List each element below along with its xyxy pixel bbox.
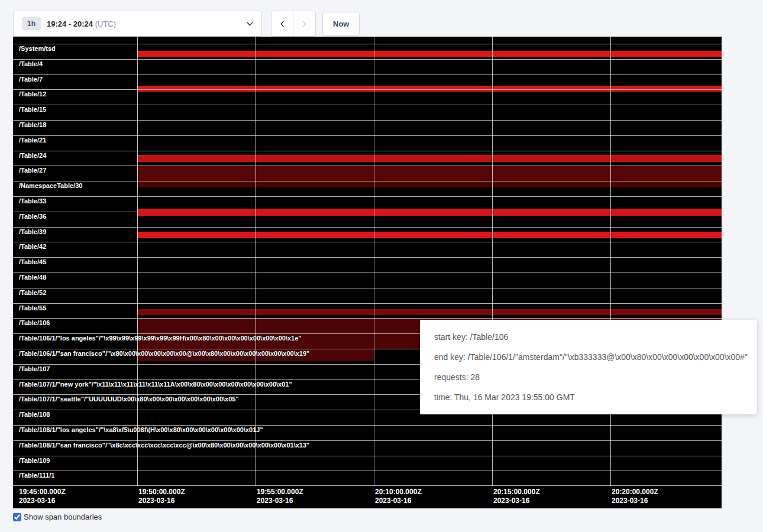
span-row[interactable]: /NamespaceTable/30 — [13, 181, 722, 196]
span-row[interactable]: /Table/15 — [13, 105, 722, 120]
time-gridline — [610, 37, 611, 486]
span-row[interactable]: /Table/36 — [13, 212, 722, 227]
time-axis-label: 20:15:00.000Z2023-03-16 — [493, 488, 540, 505]
span-label: /Table/106/1/"los angeles"/"\x99\x99\x99… — [19, 335, 302, 342]
span-row[interactable]: /Table/111/1 — [13, 471, 722, 486]
axis-time: 20:15:00.000Z — [493, 488, 540, 497]
span-label: /Table/15 — [19, 106, 46, 113]
span-row[interactable]: /Table/48 — [13, 273, 722, 288]
heatmap-rows: /System/tsd/Table/4/Table/7/Table/12/Tab… — [13, 37, 722, 486]
span-row[interactable]: /Table/108/1/"san francisco"/"\x8c\xcc\x… — [13, 440, 722, 456]
axis-date: 2023-03-16 — [138, 497, 185, 505]
axis-time: 20:10:00.000Z — [375, 488, 422, 497]
axis-time: 19:55:00.000Z — [257, 488, 303, 497]
span-label: /Table/106/1/"san francisco"/"\x80\x00\x… — [19, 350, 309, 357]
span-label: /Table/24 — [19, 152, 46, 159]
time-axis: 19:45:00.000Z2023-03-1619:50:00.000Z2023… — [13, 486, 722, 508]
range-nav-group — [271, 11, 316, 37]
span-row[interactable]: /Table/12 — [13, 89, 722, 105]
heat-band — [137, 51, 722, 57]
tooltip-end-key: end key: /Table/106/1/"amsterdam"/"\xb33… — [434, 351, 743, 363]
heat-band — [137, 181, 722, 187]
span-label: /Table/108/1/"los angeles"/"\xa8\xf5\u00… — [19, 426, 263, 433]
key-visualizer-canvas[interactable]: /System/tsd/Table/4/Table/7/Table/12/Tab… — [13, 37, 722, 508]
time-range-value: 19:24 - 20:24 — [47, 20, 93, 28]
axis-date: 2023-03-16 — [375, 497, 422, 505]
span-label: /System/tsd — [19, 45, 56, 52]
axis-time: 20:20:00.000Z — [612, 488, 658, 497]
span-label: /Table/36 — [19, 213, 46, 220]
chevron-down-icon — [247, 22, 253, 26]
time-axis-label: 19:55:00.000Z2023-03-16 — [257, 488, 303, 505]
span-label: /Table/107/1/"new york"/"\x11\x11\x11\x1… — [19, 381, 292, 388]
span-row[interactable]: /Table/52 — [13, 288, 722, 303]
tooltip-start-key: start key: /Table/106 — [434, 331, 743, 343]
span-label: /Table/33 — [19, 197, 46, 205]
span-label: /Table/107/1/"seattle"/"UUUUUUD\x00\x80\… — [19, 395, 239, 403]
heat-band — [137, 232, 722, 238]
prev-range-button[interactable] — [271, 11, 293, 37]
time-range-label: 19:24 - 20:24 (UTC) — [47, 20, 116, 28]
span-row[interactable]: /Table/4 — [13, 59, 722, 74]
span-label: /Table/39 — [19, 228, 46, 235]
tooltip-requests: requests: 28 — [434, 371, 743, 383]
heatmap-top-strip — [13, 37, 722, 44]
span-label: /Table/4 — [19, 60, 43, 67]
span-row[interactable]: /Table/55 — [13, 303, 722, 319]
axis-date: 2023-03-16 — [257, 497, 303, 505]
span-row[interactable]: /System/tsd — [13, 44, 722, 59]
time-toolbar: 1h 19:24 - 20:24 (UTC) Now — [13, 11, 360, 37]
span-label: /Table/12 — [19, 90, 46, 98]
duration-badge: 1h — [22, 17, 41, 30]
tooltip-time: time: Thu, 16 Mar 2023 19:55:00 GMT — [434, 391, 743, 403]
time-axis-label: 19:50:00.000Z2023-03-16 — [138, 488, 185, 505]
span-label: /Table/108 — [19, 411, 50, 418]
span-row[interactable]: /Table/42 — [13, 242, 722, 257]
span-label: /Table/106 — [19, 319, 50, 326]
time-axis-label: 20:20:00.000Z2023-03-16 — [612, 488, 658, 505]
axis-time: 19:50:00.000Z — [138, 488, 185, 497]
time-gridline — [492, 37, 493, 486]
show-span-boundaries-label[interactable]: Show span boundaries — [24, 512, 102, 521]
footer: Show span boundaries — [13, 512, 102, 521]
span-row[interactable]: /Table/39 — [13, 227, 722, 242]
span-row[interactable]: /Table/108/1/"los angeles"/"\xa8\xf5\u00… — [13, 425, 722, 440]
heat-band — [137, 166, 722, 181]
axis-date: 2023-03-16 — [612, 497, 658, 505]
span-label: /Table/107 — [19, 365, 50, 372]
span-label: /NamespaceTable/30 — [19, 182, 82, 189]
span-row[interactable]: /Table/24 — [13, 151, 722, 166]
axis-date: 2023-03-16 — [493, 497, 540, 505]
axis-date: 2023-03-16 — [19, 497, 66, 505]
axis-time: 19:45:00.000Z — [19, 488, 66, 497]
time-gridline — [374, 37, 374, 486]
span-label: /Table/55 — [19, 304, 46, 312]
span-row[interactable]: /Table/7 — [13, 74, 722, 90]
heat-band — [137, 155, 722, 162]
span-label: /Table/109 — [19, 457, 50, 464]
next-range-button[interactable] — [293, 11, 316, 37]
now-button[interactable]: Now — [322, 12, 360, 35]
time-range-dropdown[interactable]: 1h 19:24 - 20:24 (UTC) — [13, 11, 262, 37]
span-label: /Table/42 — [19, 243, 46, 250]
show-span-boundaries-checkbox[interactable] — [13, 513, 21, 521]
heat-band — [137, 209, 722, 216]
span-label: /Table/52 — [19, 289, 46, 296]
span-row[interactable]: /Table/27 — [13, 166, 722, 181]
span-row[interactable]: /Table/18 — [13, 120, 722, 135]
span-label: /Table/45 — [19, 258, 46, 265]
span-label: /Table/21 — [19, 137, 46, 144]
time-gridline — [137, 37, 138, 486]
heat-band — [137, 309, 722, 315]
bucket-tooltip: start key: /Table/106 end key: /Table/10… — [420, 320, 757, 414]
time-axis-label: 19:45:00.000Z2023-03-16 — [19, 488, 66, 505]
span-label: /Table/108/1/"san francisco"/"\x8c\xcc\x… — [19, 442, 309, 449]
span-label: /Table/48 — [19, 274, 46, 281]
span-row[interactable]: /Table/45 — [13, 257, 722, 273]
span-row[interactable]: /Table/109 — [13, 456, 722, 471]
timezone-label: (UTC) — [95, 20, 116, 28]
span-label: /Table/18 — [19, 121, 46, 128]
span-label: /Table/27 — [19, 167, 46, 174]
span-label: /Table/111/1 — [19, 472, 54, 479]
span-row[interactable]: /Table/21 — [13, 135, 722, 151]
